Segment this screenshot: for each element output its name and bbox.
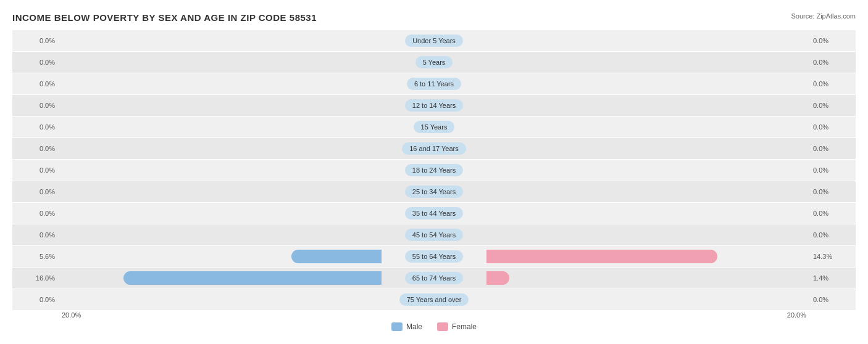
center-pill: 55 to 64 Years [382,250,486,263]
male-value: 5.6% [12,253,59,260]
male-value: 0.0% [12,231,59,239]
table-row: 0.0%35 to 44 Years0.0% [12,203,856,224]
center-pill: 15 Years [382,121,486,133]
table-row: 0.0%25 to 34 Years0.0% [12,181,856,202]
age-label: 12 to 14 Years [405,99,463,112]
center-pill: Under 5 Years [382,35,486,47]
female-value: 0.0% [809,145,856,152]
male-color-box [391,322,403,331]
female-bar-side [486,55,809,69]
male-bar-side [59,207,382,220]
age-label: 65 to 74 Years [405,272,463,284]
female-bar-side [486,163,809,177]
center-pill: 12 to 14 Years [382,99,486,112]
male-value: 0.0% [12,80,59,88]
age-label: 75 Years and over [399,293,469,306]
female-value: 0.0% [809,123,856,131]
age-label: 6 to 11 Years [407,78,461,90]
table-row: 0.0%15 Years0.0% [12,117,856,137]
age-label: 45 to 54 Years [405,229,463,241]
table-row: 0.0%5 Years0.0% [12,52,856,73]
male-bar-side [59,99,382,112]
title-area: INCOME BELOW POVERTY BY SEX AND AGE IN Z… [12,12,856,23]
female-bar [486,250,717,263]
female-bar-side [486,293,809,306]
age-label: 35 to 44 Years [405,207,463,219]
male-bar-side [59,163,382,177]
male-bar-side [59,120,382,134]
female-bar-side [486,228,809,242]
center-pill: 16 and 17 Years [382,142,486,155]
male-value: 0.0% [12,102,59,109]
axis-left: 20.0% [62,311,81,319]
female-value: 0.0% [809,296,856,303]
age-label: 16 and 17 Years [402,142,466,155]
male-value: 0.0% [12,59,59,66]
legend: Male Female [12,322,856,331]
female-bar-side [486,142,809,155]
male-bar-side [59,77,382,91]
female-value: 0.0% [809,231,856,239]
male-bar-side [59,250,382,263]
age-label: 18 to 24 Years [405,164,463,176]
female-bar-side [486,34,809,47]
axis-right: 20.0% [787,311,806,319]
female-value: 0.0% [809,59,856,66]
male-value: 0.0% [12,37,59,44]
male-bar [123,271,382,285]
table-row: 16.0%65 to 74 Years1.4% [12,268,856,289]
center-pill: 75 Years and over [382,293,486,306]
table-row: 0.0%75 Years and over0.0% [12,289,856,310]
table-row: 0.0%16 and 17 Years0.0% [12,138,856,159]
female-bar-side [486,271,809,285]
center-pill: 5 Years [382,56,486,68]
female-bar-side [486,120,809,134]
female-value: 0.0% [809,166,856,174]
table-row: 0.0%Under 5 Years0.0% [12,30,856,51]
legend-male: Male [391,322,422,331]
male-bar-side [59,34,382,47]
age-label: 55 to 64 Years [405,250,463,263]
male-bar-side [59,185,382,199]
male-value: 0.0% [12,210,59,217]
center-pill: 65 to 74 Years [382,272,486,284]
female-color-box [437,322,448,331]
chart-title: INCOME BELOW POVERTY BY SEX AND AGE IN Z… [12,12,317,23]
table-row: 0.0%18 to 24 Years0.0% [12,160,856,181]
age-label: 15 Years [414,121,455,133]
legend-female: Female [437,322,477,331]
female-label: Female [452,322,477,331]
age-label: 5 Years [415,56,453,68]
age-label: 25 to 34 Years [405,186,463,198]
male-bar-side [59,55,382,69]
table-row: 5.6%55 to 64 Years14.3% [12,246,856,267]
female-value: 0.0% [809,188,856,195]
male-value: 0.0% [12,188,59,195]
female-value: 1.4% [809,274,856,282]
chart-container: INCOME BELOW POVERTY BY SEX AND AGE IN Z… [0,0,868,344]
table-row: 0.0%12 to 14 Years0.0% [12,95,856,116]
female-bar-side [486,185,809,199]
male-bar-side [59,271,382,285]
female-value: 14.3% [809,253,856,260]
center-pill: 25 to 34 Years [382,186,486,198]
male-value: 16.0% [12,274,59,282]
female-bar-side [486,207,809,220]
male-label: Male [406,322,422,331]
female-value: 0.0% [809,37,856,44]
table-row: 0.0%45 to 54 Years0.0% [12,224,856,245]
center-pill: 45 to 54 Years [382,229,486,241]
female-bar [486,271,509,285]
male-bar-side [59,228,382,242]
female-value: 0.0% [809,210,856,217]
male-value: 0.0% [12,296,59,303]
female-bar-side [486,250,809,263]
center-pill: 35 to 44 Years [382,207,486,219]
male-bar [291,250,382,263]
axis-labels: 20.0% 20.0% [12,311,856,319]
chart-rows: 0.0%Under 5 Years0.0%0.0%5 Years0.0%0.0%… [12,30,856,310]
male-value: 0.0% [12,145,59,152]
male-bar-side [59,293,382,306]
female-bar-side [486,77,809,91]
center-pill: 6 to 11 Years [382,78,486,90]
